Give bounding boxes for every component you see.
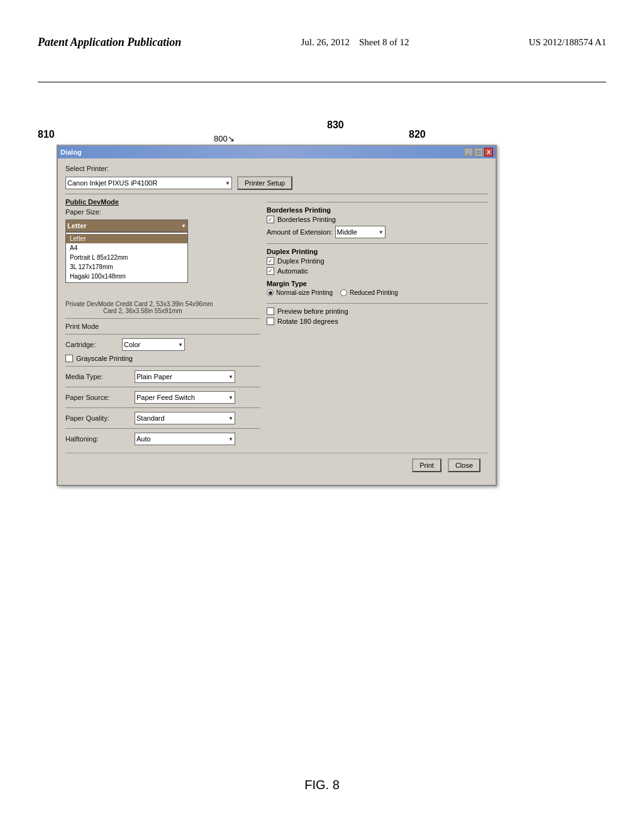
automatic-checkbox[interactable] xyxy=(267,267,274,275)
paper-item-hagaki[interactable]: Hagaki 100x148mm xyxy=(66,272,187,281)
paper-size-value: Letter xyxy=(67,222,87,230)
amount-ext-value: Middle xyxy=(337,228,357,236)
paper-source-select[interactable]: Paper Feed Switch ▼ xyxy=(135,391,235,404)
cartridge-row: Cartridge: Color ▼ xyxy=(65,338,260,351)
cartridge-select[interactable]: Color ▼ xyxy=(122,338,185,351)
halftoning-label: Halftoning: xyxy=(65,435,135,443)
normal-size-radio[interactable] xyxy=(267,289,274,296)
amount-ext-label: Amount of Extension: xyxy=(267,228,333,236)
duplex-checkbox-label: Duplex Printing xyxy=(277,257,325,265)
printer-value: Canon Inkjet PIXUS iP4100R xyxy=(67,179,157,187)
paper-size-label: Paper Size: xyxy=(65,208,122,216)
borderless-group: Borderless Printing Borderless Printing … xyxy=(267,206,488,238)
paper-item-a4[interactable]: A4 xyxy=(66,243,187,253)
borderless-section-title: Borderless Printing xyxy=(267,206,488,214)
private-devmode-label: Private DevMode Credit Card 2, 53x3.39in… xyxy=(65,301,260,307)
paper-item-portrait-l[interactable]: Portrait L 85x122mm xyxy=(66,253,187,262)
paper-item-3l[interactable]: 3L 127x178mm xyxy=(66,262,187,272)
dialog-titlebar: Dialog _ □ X xyxy=(58,146,496,158)
printer-select[interactable]: Canon Inkjet PIXUS iP4100R ▼ xyxy=(65,177,232,189)
media-type-value: Plain Paper xyxy=(136,373,172,380)
normal-size-radio-row: Normal-size Printing xyxy=(267,289,333,296)
media-type-select[interactable]: Plain Paper ▼ xyxy=(135,370,235,383)
right-column: Borderless Printing Borderless Printing … xyxy=(267,198,488,449)
ref-810: 810 xyxy=(38,129,55,140)
header-divider xyxy=(38,82,606,82)
public-devmode-section: Public DevMode xyxy=(65,198,260,206)
reduced-label: Reduced Printing xyxy=(350,289,398,296)
paper-size-row: Paper Size: xyxy=(65,208,260,216)
grayscale-row: Grayscale Printing xyxy=(65,355,260,362)
halftoning-select[interactable]: Auto ▼ xyxy=(135,433,235,445)
paper-size-select[interactable]: Letter ▼ xyxy=(65,219,188,232)
dialog-window: Dialog _ □ X Select Printer: Canon Inkje… xyxy=(57,145,497,486)
paper-quality-row: Paper Quality: Standard ▼ xyxy=(65,412,260,424)
dialog-close-btn[interactable]: X xyxy=(484,148,493,157)
select-printer-label: Select Printer: xyxy=(65,165,122,172)
right-divider-1 xyxy=(267,202,488,202)
cartridge-label: Cartridge: xyxy=(65,341,122,348)
duplex-section-title: Duplex Printing xyxy=(267,248,488,255)
duplex-group: Duplex Printing Duplex Printing Automati… xyxy=(267,248,488,275)
duplex-checkbox[interactable] xyxy=(267,257,274,265)
public-devmode-label: Public DevMode xyxy=(65,198,119,206)
ref-830: 830 xyxy=(327,119,344,131)
preview-checkbox[interactable] xyxy=(267,307,274,315)
divider-3 xyxy=(65,334,260,335)
paper-quality-label: Paper Quality: xyxy=(65,414,135,422)
media-type-arrow: ▼ xyxy=(228,374,233,380)
dialog-maximize-btn[interactable]: □ xyxy=(474,148,483,157)
dialog-title: Dialog xyxy=(60,148,82,156)
amount-ext-row: Amount of Extension: Middle ▼ xyxy=(267,226,488,238)
page-header: Patent Application Publication Jul. 26, … xyxy=(0,35,644,50)
paper-source-value: Paper Feed Switch xyxy=(136,394,195,401)
halftoning-arrow: ▼ xyxy=(228,436,233,442)
ref-800-label: 800↘ xyxy=(214,134,235,143)
preview-checkbox-row: Preview before printing xyxy=(267,307,488,315)
paper-size-container: Letter ▼ Letter A4 Portrait L 85x122mm 3… xyxy=(65,219,260,283)
print-button[interactable]: Print xyxy=(412,458,441,472)
close-button[interactable]: Close xyxy=(448,458,480,472)
margin-type-options: Normal-size Printing Reduced Printing xyxy=(267,289,488,298)
paper-quality-select[interactable]: Standard ▼ xyxy=(135,412,235,424)
printer-setup-button[interactable]: Printer Setup xyxy=(237,176,292,190)
reduced-radio[interactable] xyxy=(340,289,347,296)
figure-label: FIG. 8 xyxy=(0,778,644,792)
divider-7 xyxy=(65,428,260,429)
private-devmode-item2: Card 2, 36x3.58in 55x91mm xyxy=(103,307,260,314)
paper-size-arrow: ▼ xyxy=(181,223,186,229)
paper-source-label: Paper Source: xyxy=(65,394,135,401)
ref-820: 820 xyxy=(409,129,426,140)
divider-2 xyxy=(65,318,260,319)
publication-date: Jul. 26, 2012 xyxy=(301,37,357,47)
print-mode-row: Print Mode xyxy=(65,323,260,330)
rotate-checkbox[interactable] xyxy=(267,318,274,325)
cartridge-arrow: ▼ xyxy=(178,342,183,348)
patent-number: US 2012/188574 A1 xyxy=(529,35,606,48)
paper-item-letter[interactable]: Letter xyxy=(66,234,187,243)
dialog-body: Select Printer: Canon Inkjet PIXUS iP410… xyxy=(58,158,496,485)
divider-4 xyxy=(65,366,260,367)
header-center: Jul. 26, 2012 Sheet 8 of 12 xyxy=(301,35,409,48)
amount-ext-select[interactable]: Middle ▼ xyxy=(335,226,386,238)
paper-quality-arrow: ▼ xyxy=(228,416,233,421)
private-devmode-section: Private DevMode Credit Card 2, 53x3.39in… xyxy=(65,301,260,314)
media-type-row: Media Type: Plain Paper ▼ xyxy=(65,370,260,383)
paper-source-row: Paper Source: Paper Feed Switch ▼ xyxy=(65,391,260,404)
preview-label: Preview before printing xyxy=(277,307,348,315)
reduced-radio-row: Reduced Printing xyxy=(340,289,398,296)
automatic-checkbox-label: Automatic xyxy=(277,267,308,275)
printer-select-row: Canon Inkjet PIXUS iP4100R ▼ Printer Set… xyxy=(65,176,488,190)
dialog-minimize-btn[interactable]: _ xyxy=(464,148,473,157)
paper-size-dropdown[interactable]: Letter A4 Portrait L 85x122mm 3L 127x178… xyxy=(65,232,188,283)
paper-quality-value: Standard xyxy=(136,414,165,422)
printer-select-arrow: ▼ xyxy=(225,180,230,186)
margin-type-group: Margin Type Normal-size Printing Reduced… xyxy=(267,280,488,298)
amount-ext-arrow: ▼ xyxy=(379,230,384,235)
main-two-col: Public DevMode Paper Size: Letter ▼ xyxy=(65,198,488,449)
borderless-checkbox[interactable] xyxy=(267,216,274,223)
main-content: 810 830 820 800↘ Dialog _ □ X Select Pri… xyxy=(38,94,606,767)
right-divider-2 xyxy=(267,243,488,244)
grayscale-checkbox[interactable] xyxy=(65,355,73,362)
rotate-label: Rotate 180 degrees xyxy=(277,318,338,325)
